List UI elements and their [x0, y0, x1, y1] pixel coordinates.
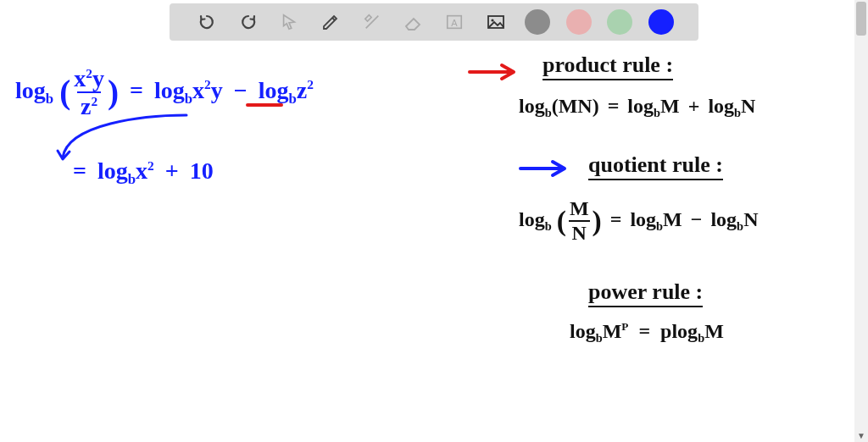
- pencil-icon: [320, 12, 341, 32]
- undo-button[interactable]: [194, 9, 220, 35]
- pointer-tool-button[interactable]: [276, 9, 302, 35]
- log-base-2: b: [185, 91, 192, 107]
- log-base: b: [46, 91, 53, 107]
- pr-log2: log: [627, 95, 654, 117]
- product-rule-formula: logb(MN) = logbM + logbN: [519, 95, 755, 118]
- log-text: log: [15, 77, 46, 103]
- pw-eq: =: [638, 320, 650, 342]
- pw-log1: log: [570, 320, 596, 342]
- pw-exp: P: [621, 320, 628, 333]
- rhs-z-exp: 2: [307, 77, 314, 91]
- redo-button[interactable]: [236, 9, 261, 35]
- pr-b1: b: [545, 106, 552, 119]
- pr-b2: b: [654, 106, 660, 119]
- rhs-y: y: [211, 77, 223, 103]
- svg-point-3: [492, 19, 494, 21]
- qr-b2: b: [656, 219, 663, 233]
- undo-icon: [197, 12, 217, 32]
- rhs-x-exp: 2: [204, 77, 211, 91]
- pr-eq: =: [608, 95, 620, 117]
- image-tool-button[interactable]: [483, 9, 509, 35]
- pw-log2: log: [671, 320, 698, 342]
- whiteboard-toolbar: A: [170, 3, 698, 41]
- equals-2: =: [73, 157, 86, 184]
- power-rule-formula: logbMP = plogbM: [570, 320, 724, 343]
- redo-icon: [238, 12, 259, 32]
- frac-den-z-exp: 2: [91, 94, 97, 108]
- log-base-4: b: [128, 171, 136, 187]
- pw-b1: b: [596, 331, 603, 345]
- svg-text:A: A: [452, 18, 459, 28]
- textbox-icon: A: [445, 13, 464, 31]
- power-rule-title-text: power rule :: [588, 279, 703, 307]
- scrollbar-thumb[interactable]: [856, 2, 866, 36]
- color-swatch-pink[interactable]: [566, 9, 592, 35]
- pr-n: N: [741, 95, 755, 117]
- frac-num-y: y: [92, 65, 104, 91]
- qr-eq: =: [610, 208, 622, 230]
- work-line-2: = logbx2 + 10: [73, 157, 214, 185]
- log-text-2: log: [154, 77, 185, 103]
- qr-n: N: [743, 208, 758, 230]
- rhs-x: x: [192, 77, 204, 103]
- l2-x-exp: 2: [147, 158, 154, 173]
- equals: =: [130, 77, 143, 103]
- image-icon: [486, 12, 506, 32]
- vertical-scrollbar[interactable]: ▲ ▼: [854, 0, 868, 442]
- pr-mn: (MN): [552, 95, 599, 117]
- pr-log3: log: [708, 95, 734, 117]
- color-swatch-gray[interactable]: [525, 9, 550, 35]
- text-tool-button[interactable]: A: [442, 9, 467, 35]
- pw-m: M: [603, 320, 622, 342]
- pr-log1: log: [519, 95, 545, 117]
- qr-frac-den: N: [569, 220, 590, 244]
- frac-num-x-exp: 2: [86, 66, 92, 80]
- log-text-3: log: [259, 77, 289, 103]
- hammer-icon: [363, 13, 381, 31]
- qr-log3: log: [710, 208, 737, 230]
- arrow-to-product-rule: [465, 61, 524, 83]
- eraser-tool-button[interactable]: [401, 9, 426, 35]
- product-rule-title: product rule :: [542, 52, 673, 78]
- pw-p: p: [660, 320, 671, 342]
- l2-x: x: [136, 157, 147, 184]
- product-rule-title-text: product rule :: [542, 52, 673, 80]
- qr-frac-num: M: [566, 198, 593, 220]
- qr-log2: log: [630, 208, 656, 230]
- rhs-z: z: [297, 77, 307, 103]
- qr-b3: b: [737, 219, 743, 233]
- color-swatch-blue[interactable]: [648, 9, 674, 35]
- quotient-rule-title: quotient rule :: [588, 152, 723, 178]
- qr-m: M: [663, 208, 682, 230]
- pw-b2: b: [698, 331, 704, 345]
- arrow-to-quotient-rule: [515, 157, 575, 180]
- pr-plus: +: [688, 95, 700, 117]
- eraser-icon: [403, 12, 424, 32]
- power-rule-title: power rule :: [588, 279, 703, 305]
- plus: +: [165, 157, 179, 184]
- qr-minus: −: [691, 208, 703, 230]
- whiteboard-canvas[interactable]: { "toolbar": { "undo": "↺", "redo": "↻",…: [0, 0, 868, 442]
- minus: −: [234, 77, 248, 103]
- l2-tail: 10: [190, 157, 214, 184]
- quotient-rule-formula: logb ( M N ) = logbM − logbN: [519, 198, 758, 244]
- frac-num-x: x: [74, 65, 86, 91]
- qr-log1: log: [519, 208, 545, 230]
- red-underline-mark: [246, 103, 283, 107]
- color-swatch-green[interactable]: [607, 9, 632, 35]
- log-text-4: log: [97, 157, 128, 184]
- pr-b3: b: [734, 106, 741, 119]
- pencil-tool-button[interactable]: [318, 9, 343, 35]
- qr-b1: b: [545, 219, 552, 233]
- pr-m: M: [660, 95, 680, 117]
- quotient-rule-title-text: quotient rule :: [588, 152, 723, 180]
- pointer-icon: [280, 13, 298, 31]
- scroll-down-arrow-icon[interactable]: ▼: [854, 428, 868, 442]
- pw-m2: M: [704, 320, 724, 342]
- log-base-3: b: [289, 91, 297, 107]
- tools-button[interactable]: [359, 9, 385, 35]
